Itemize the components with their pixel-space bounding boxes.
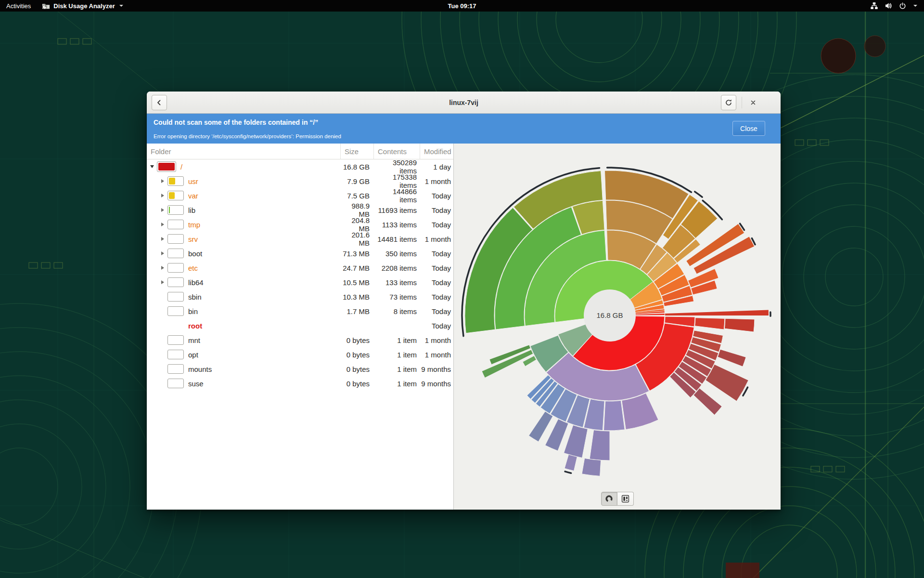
table-row[interactable]: opt0 bytes1 item1 month xyxy=(147,347,453,362)
folder-cell: var xyxy=(147,191,340,200)
size-cell: 16.8 GB xyxy=(340,163,373,171)
table-row[interactable]: etc24.7 MB2208 itemsToday xyxy=(147,261,453,275)
table-row[interactable]: var7.5 GB144866 itemsToday xyxy=(147,188,453,203)
window-titlebar[interactable]: linux-7vij xyxy=(147,92,781,114)
folder-cell: etc xyxy=(147,263,340,273)
folder-cell: mnt xyxy=(147,335,340,345)
modified-cell: Today xyxy=(420,293,453,301)
usage-bar xyxy=(167,263,184,273)
system-status-area[interactable] xyxy=(870,0,924,12)
folder-cell: boot xyxy=(147,249,340,258)
back-button[interactable] xyxy=(152,95,167,110)
infobar-detail: Error opening directory ‘/etc/sysconfig/… xyxy=(154,133,774,139)
chart-segment[interactable] xyxy=(695,318,725,329)
chart-segment[interactable] xyxy=(604,401,625,431)
folder-name: lib64 xyxy=(188,278,204,287)
folder-name: / xyxy=(180,163,182,171)
folder-name: boot xyxy=(188,250,202,258)
table-row[interactable]: usr7.9 GB175338 items1 month xyxy=(147,174,453,188)
contents-cell: 175338 items xyxy=(373,173,420,189)
modified-cell: 1 month xyxy=(420,336,453,344)
size-cell: 0 bytes xyxy=(340,336,373,344)
contents-cell: 1133 items xyxy=(373,221,420,229)
size-cell: 10.3 MB xyxy=(340,293,373,301)
expander-icon[interactable] xyxy=(159,194,166,197)
chart-segment[interactable] xyxy=(725,318,755,332)
chart-segment[interactable] xyxy=(590,430,610,460)
modified-cell: Today xyxy=(420,206,453,214)
table-row[interactable]: bin1.7 MB8 itemsToday xyxy=(147,304,453,318)
size-cell: 0 bytes xyxy=(340,365,373,373)
table-row[interactable]: lib988.9 MB11693 itemsToday xyxy=(147,203,453,217)
contents-cell: 8 items xyxy=(373,307,420,315)
usage-bar xyxy=(167,306,184,316)
expander-icon[interactable] xyxy=(159,266,166,270)
folder-cell: lib xyxy=(147,205,340,215)
expander-icon[interactable] xyxy=(159,251,166,255)
app-menu-button[interactable]: Disk Usage Analyzer xyxy=(37,0,128,12)
chart-segment[interactable] xyxy=(582,458,601,476)
usage-bar xyxy=(167,249,184,258)
expander-icon[interactable] xyxy=(149,165,155,168)
table-row[interactable]: sbin10.3 MB73 itemsToday xyxy=(147,289,453,304)
usage-bar xyxy=(167,379,184,388)
expander-icon[interactable] xyxy=(159,208,166,212)
chart-outline-arc xyxy=(695,192,702,197)
folder-name: mnt xyxy=(188,336,200,344)
table-row[interactable]: boot71.3 MB350 itemsToday xyxy=(147,246,453,261)
rings-chart[interactable]: 16.8 GB xyxy=(454,144,780,510)
folder-cell: root xyxy=(147,322,340,330)
refresh-button[interactable] xyxy=(721,95,736,110)
folder-cell: opt xyxy=(147,350,340,359)
table-row[interactable]: srv201.6 MB14481 items1 month xyxy=(147,232,453,246)
table-row[interactable]: rootToday xyxy=(147,318,453,333)
modified-cell: Today xyxy=(420,250,453,258)
activities-button[interactable]: Activities xyxy=(0,0,37,12)
expander-icon[interactable] xyxy=(159,237,166,241)
scan-error-infobar: Could not scan some of the folders conta… xyxy=(147,114,781,144)
contents-cell: 11693 items xyxy=(373,206,420,214)
chart-segment[interactable] xyxy=(718,349,746,367)
table-header[interactable]: FolderSizeContentsModified xyxy=(147,144,453,159)
modified-cell: 1 month xyxy=(420,235,453,243)
chart-segment[interactable] xyxy=(693,388,722,415)
infobar-close-button[interactable]: Close xyxy=(732,121,765,136)
chart-segment[interactable] xyxy=(706,364,748,401)
close-window-button[interactable] xyxy=(746,95,760,110)
network-wired-icon xyxy=(870,2,878,10)
chart-segment[interactable] xyxy=(565,455,577,471)
column-header-folder[interactable]: Folder xyxy=(147,144,340,159)
table-row[interactable]: mnt0 bytes1 item1 month xyxy=(147,333,453,347)
treemap-chart-button[interactable] xyxy=(617,492,634,506)
clock-label[interactable]: Tue 09:17 xyxy=(0,2,924,10)
table-row[interactable]: suse0 bytes1 item9 months xyxy=(147,376,453,391)
table-row[interactable]: /16.8 GB350289 items1 day xyxy=(147,159,453,174)
column-header-contents[interactable]: Contents xyxy=(373,144,420,159)
expander-icon[interactable] xyxy=(159,179,166,183)
rings-chart-button[interactable] xyxy=(601,492,617,506)
table-row[interactable]: tmp204.8 MB1133 itemsToday xyxy=(147,217,453,232)
contents-cell: 14481 items xyxy=(373,235,420,243)
folder-cell: suse xyxy=(147,379,340,388)
table-row[interactable]: lib6410.5 MB133 itemsToday xyxy=(147,275,453,289)
chart-outline-arc xyxy=(565,472,571,473)
modified-cell: 1 month xyxy=(420,351,453,359)
power-icon xyxy=(899,2,906,10)
expander-icon[interactable] xyxy=(159,280,166,284)
usage-bar xyxy=(167,277,184,287)
column-header-modified[interactable]: Modified xyxy=(420,144,453,159)
size-cell: 7.9 GB xyxy=(340,177,373,185)
modified-cell: Today xyxy=(420,278,453,287)
app-menu-label: Disk Usage Analyzer xyxy=(53,2,115,10)
titlebar-separator xyxy=(742,97,742,108)
chart-segment[interactable] xyxy=(665,310,769,316)
folder-cell: lib64 xyxy=(147,277,340,287)
folder-name: mounts xyxy=(188,365,212,373)
table-row[interactable]: mounts0 bytes1 item9 months xyxy=(147,362,453,376)
usage-bar xyxy=(167,220,184,229)
column-header-size[interactable]: Size xyxy=(340,144,373,159)
usage-bar xyxy=(167,350,184,359)
folder-name: suse xyxy=(188,380,204,388)
chart-segment[interactable] xyxy=(564,425,588,458)
expander-icon[interactable] xyxy=(159,223,166,226)
